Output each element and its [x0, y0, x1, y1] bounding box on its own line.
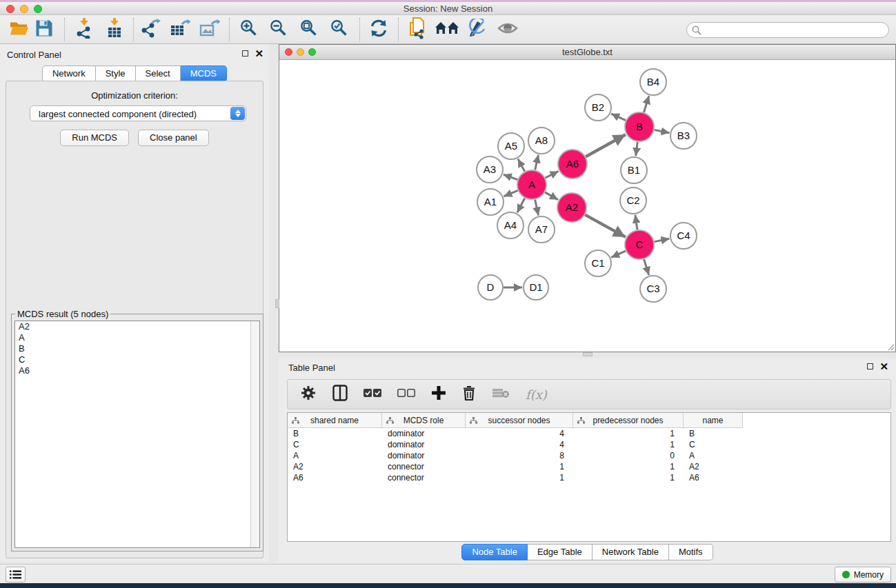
search-input[interactable] — [705, 24, 884, 36]
edge-A6-B[interactable] — [586, 134, 626, 156]
main-titlebar[interactable]: Session: New Session — [0, 2, 896, 15]
memory-button[interactable]: Memory — [835, 567, 891, 582]
close-panel-icon[interactable]: ✕ — [255, 50, 263, 57]
table-cell[interactable]: A — [288, 450, 382, 461]
hide-annotations-icon[interactable] — [466, 19, 487, 41]
edge-A-A1[interactable] — [504, 190, 517, 196]
table-row[interactable]: A6connector11A6 — [288, 472, 890, 483]
tab-edge-table[interactable]: Edge Table — [528, 544, 593, 560]
table-cell[interactable]: A — [684, 450, 743, 461]
node-A3[interactable]: A3 — [477, 156, 503, 183]
tab-motifs[interactable]: Motifs — [669, 544, 713, 560]
scrollbar-track[interactable] — [250, 321, 259, 547]
function-builder-icon[interactable]: f(x) — [526, 387, 547, 402]
edge-B-B1[interactable] — [636, 142, 638, 156]
node-D[interactable]: D — [478, 275, 503, 300]
node-A[interactable]: A — [517, 170, 546, 199]
node-C2[interactable]: C2 — [620, 187, 646, 214]
table-cell[interactable]: A6 — [684, 472, 743, 483]
tab-style[interactable]: Style — [96, 65, 136, 82]
table-cell[interactable]: B — [288, 428, 382, 439]
node-A8[interactable]: A8 — [528, 128, 555, 154]
table-cell[interactable]: C — [684, 439, 743, 450]
edge-B-B2[interactable] — [611, 114, 626, 121]
edge-A-A7[interactable] — [535, 200, 539, 216]
edge-A2-C[interactable] — [585, 215, 626, 237]
zoom-selected-icon[interactable] — [330, 19, 349, 40]
table-row[interactable]: A2connector11A2 — [288, 461, 890, 472]
column-header-name[interactable]: name — [684, 413, 743, 428]
node-table[interactable]: shared nameMCDS rolesuccessor nodesprede… — [287, 412, 891, 542]
node-B1[interactable]: B1 — [621, 157, 647, 183]
export-image-icon[interactable] — [199, 19, 220, 41]
network-window-titlebar[interactable]: testGlobe.txt — [279, 45, 895, 60]
select-all-rows-icon[interactable] — [364, 388, 381, 401]
close-panel-button[interactable]: Close panel — [138, 130, 209, 146]
edge-C-C2[interactable] — [635, 215, 637, 230]
edge-A-A6[interactable] — [546, 171, 559, 178]
column-header-shared-name[interactable]: shared name — [288, 413, 382, 428]
column-header-predecessor-nodes[interactable]: predecessor nodes — [573, 413, 684, 428]
table-cell[interactable]: 1 — [466, 461, 573, 472]
table-cell[interactable]: connector — [382, 461, 466, 472]
table-cell[interactable]: dominator — [382, 439, 466, 450]
toggle-visibility-icon[interactable] — [497, 21, 518, 39]
node-C4[interactable]: C4 — [670, 223, 697, 249]
export-network-icon[interactable] — [140, 19, 161, 41]
table-cell[interactable]: dominator — [382, 450, 466, 461]
table-cell[interactable]: 1 — [573, 472, 684, 483]
table-row[interactable]: Cdominator41C — [288, 439, 890, 450]
edge-C-C4[interactable] — [655, 239, 670, 241]
tab-select[interactable]: Select — [136, 65, 181, 82]
network-graph[interactable]: A5A8A3A1A4A7AA6A2B2B4BB3B1C2CC4C1C3DD1 — [279, 60, 895, 352]
save-session-icon[interactable] — [36, 19, 53, 39]
edge-A-A8[interactable] — [535, 155, 539, 170]
zoom-out-icon[interactable] — [270, 19, 288, 40]
table-cell[interactable]: dominator — [382, 428, 466, 439]
zoom-fit-icon[interactable] — [300, 19, 319, 40]
edge-A-A3[interactable] — [504, 174, 518, 179]
network-canvas[interactable]: A5A8A3A1A4A7AA6A2B2B4BB3B1C2CC4C1C3DD1 — [279, 60, 895, 352]
export-table-icon[interactable] — [170, 19, 190, 41]
table-cell[interactable]: B — [684, 428, 743, 439]
node-B4[interactable]: B4 — [640, 69, 666, 95]
mcds-result-item[interactable]: C — [15, 354, 259, 365]
close-panel-icon[interactable]: ✕ — [879, 363, 888, 370]
column-header-mcds-role[interactable]: MCDS role — [382, 413, 466, 428]
table-cell[interactable]: A2 — [288, 461, 382, 472]
resize-grip-icon[interactable] — [886, 343, 895, 351]
table-cell[interactable]: 1 — [573, 439, 684, 450]
mcds-result-item[interactable]: A2 — [15, 321, 259, 332]
node-C3[interactable]: C3 — [640, 276, 666, 302]
mcds-result-item[interactable]: B — [15, 343, 259, 354]
add-column-icon[interactable] — [431, 385, 446, 403]
edge-A-A2[interactable] — [545, 192, 558, 200]
home-layout-icon[interactable] — [435, 20, 459, 39]
import-network-icon[interactable] — [75, 18, 93, 41]
table-settings-icon[interactable] — [300, 385, 317, 404]
edge-C-C3[interactable] — [644, 259, 649, 275]
mcds-result-list[interactable]: A2ABCA6 — [14, 321, 260, 548]
table-cell[interactable]: 1 — [573, 461, 684, 472]
delete-column-icon[interactable] — [462, 385, 476, 404]
node-A4[interactable]: A4 — [497, 212, 524, 239]
table-cell[interactable]: 8 — [466, 450, 573, 461]
node-A7[interactable]: A7 — [528, 216, 555, 243]
tab-mcds[interactable]: MCDS — [181, 65, 227, 82]
table-row[interactable]: Adominator80A — [288, 450, 890, 461]
float-panel-icon[interactable] — [867, 363, 873, 369]
node-A5[interactable]: A5 — [498, 133, 524, 159]
task-history-button[interactable] — [6, 567, 26, 582]
search-field[interactable] — [686, 22, 889, 38]
delete-table-icon[interactable] — [492, 387, 510, 402]
open-file-icon[interactable] — [9, 19, 30, 39]
network-view-window[interactable]: testGlobe.txt A5A8A3A1A4A7AA6A2B2B4BB3B1… — [279, 44, 896, 352]
node-D1[interactable]: D1 — [524, 275, 548, 300]
criterion-select[interactable]: largest connected component (directed) — [30, 105, 246, 121]
zoom-in-icon[interactable] — [240, 19, 259, 40]
edge-B-B4[interactable] — [644, 96, 648, 112]
mcds-result-item[interactable]: A6 — [15, 365, 259, 376]
clone-network-icon[interactable] — [408, 17, 427, 42]
vertical-scroll-thumb[interactable] — [275, 299, 279, 308]
node-A2[interactable]: A2 — [557, 193, 586, 222]
